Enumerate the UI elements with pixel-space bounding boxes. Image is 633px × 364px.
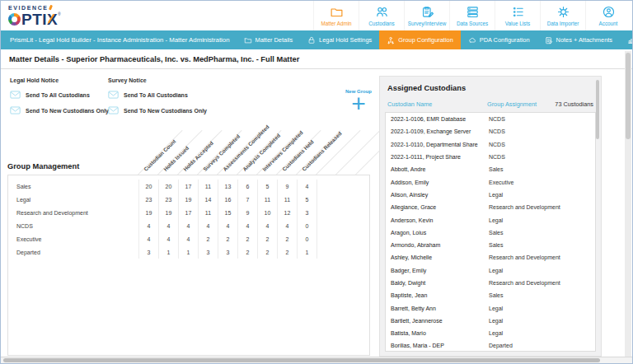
custodian-list-row[interactable]: Borilias, Maria - DEP Departed	[386, 339, 595, 352]
custodian-name: Aragon, Loius	[391, 230, 489, 236]
vertical-scrollbar-track[interactable]	[625, 51, 631, 357]
nav-item-custodians[interactable]: Custodians	[359, 1, 404, 30]
custodian-list-row[interactable]: 2022-1-0110, Departmental Share NCDS	[386, 138, 595, 151]
custodian-list-row[interactable]: Allegiance, Grace Research and Developme…	[386, 201, 595, 213]
group-cell: 4	[158, 232, 178, 245]
tab-label: Notes + Attachments	[556, 36, 612, 44]
custodian-list-row[interactable]: Baldy, Dwight Research and Development	[386, 277, 595, 289]
custodian-name-header[interactable]: Custodian Name	[387, 100, 487, 108]
tab-label: PDA Configuration	[480, 36, 530, 44]
custodian-name: Addison, Emily	[391, 180, 489, 185]
tab-legal-hold-settings[interactable]: Legal Hold Settings	[300, 30, 379, 49]
group-table-row[interactable]: Departed 311332221	[8, 245, 369, 259]
app-window: EVIDENCE PTIX® Matter Admin Custodians S…	[0, 0, 633, 364]
new-group-button[interactable]: New Group +	[341, 89, 376, 114]
user-circle-icon	[602, 5, 616, 19]
gear-icon	[556, 5, 570, 19]
custodian-list-scrollbar[interactable]	[596, 80, 599, 139]
org-group-icon	[387, 36, 395, 44]
custodian-list-row[interactable]: Batista, Mario Legal	[386, 327, 595, 339]
legal-hold-send-all-button[interactable]: Send To All Custodians	[10, 91, 109, 99]
nav-item-data-importer[interactable]: Data Importer	[540, 1, 585, 30]
custodian-group: Sales	[489, 166, 595, 172]
custodian-name: Barrett, Betty Ann	[391, 306, 489, 311]
group-cell-empty	[316, 245, 369, 259]
custodian-list-row[interactable]: Barrett, Betty Ann Legal	[386, 301, 595, 314]
group-cell: 5	[257, 180, 277, 193]
group-table-row[interactable]: Executive 444222220	[8, 232, 369, 245]
custodian-name: 2022-1-0110, Departmental Share	[391, 142, 489, 147]
custodian-list-row[interactable]: Badger, Emily Legal	[386, 264, 595, 277]
nav-item-data-sources[interactable]: Data Sources	[449, 1, 495, 30]
group-cell-empty	[316, 180, 369, 193]
custodian-list-row[interactable]: Anderson, Kevin Legal	[386, 213, 595, 226]
clipboard-pencil-icon	[420, 5, 434, 19]
group-cell: 4	[237, 219, 257, 232]
nav-label: Custodians	[368, 21, 395, 26]
group-cell: 4	[218, 219, 237, 232]
custodian-list-row[interactable]: Addison, Emily Executive	[386, 175, 595, 188]
note-icon	[545, 36, 553, 44]
custodian-list-row[interactable]: Bartlett, Jeannerose Legal	[386, 315, 595, 327]
group-row-values: 311332221	[138, 245, 369, 259]
group-table-row[interactable]: Research and Development 191917111591012…	[8, 206, 369, 219]
group-cell: 3	[218, 245, 237, 259]
group-cell-empty	[316, 219, 369, 232]
custodian-list-row[interactable]: Ashley, Michelle Research and Developmen…	[386, 251, 595, 264]
horizontal-scrollbar-thumb[interactable]	[3, 358, 600, 362]
tab-group-configuration[interactable]: Group Configuration	[379, 30, 461, 49]
group-cell: 13	[218, 180, 237, 193]
custodian-list-row[interactable]: Aragon, Loius Sales	[386, 226, 595, 239]
group-cell: 16	[218, 193, 237, 206]
custodian-list-row[interactable]: Abbott, Andre Sales	[386, 163, 595, 175]
bullet-list-icon	[511, 5, 525, 19]
group-table-row[interactable]: NCDS 444444440	[8, 219, 369, 232]
custodian-name: Bartlett, Jeannerose	[391, 318, 489, 324]
tab-reports[interactable]: Reports	[620, 30, 633, 49]
horizontal-scrollbar-track[interactable]	[1, 357, 632, 363]
group-cell: 3	[297, 206, 316, 219]
nav-label: Account	[599, 21, 618, 26]
custodian-list-row[interactable]: 2022-1-0106, EMR Database NCDS	[386, 113, 595, 125]
group-row-name: Executive	[8, 236, 138, 242]
vertical-scrollbar-thumb[interactable]	[626, 53, 631, 139]
action-label: Send To All Custodians	[26, 92, 90, 98]
custodian-list-row[interactable]: Alison, Ainsley Legal	[386, 189, 595, 201]
custodian-list-row[interactable]: 2022-1-0111, Project Share NCDS	[386, 151, 595, 163]
custodian-name: Abbott, Andre	[391, 166, 489, 172]
nav-item-value-lists[interactable]: Value Lists	[495, 1, 540, 30]
group-assignment-header[interactable]: Group Assignment	[487, 100, 555, 108]
group-cell: 2	[218, 232, 237, 245]
app-header: EVIDENCE PTIX® Matter Admin Custodians S…	[1, 1, 632, 30]
nav-label: Data Sources	[457, 21, 488, 26]
tab-pda-configuration[interactable]: PDA Configuration	[461, 30, 537, 49]
evidence-optix-logo: EVIDENCE PTIX®	[1, 5, 61, 27]
group-cell: 9	[277, 180, 297, 193]
custodian-list-row[interactable]: 2022-1-0109, Exchange Server NCDS	[386, 125, 595, 138]
tab-matter-details[interactable]: Matter Details	[237, 30, 301, 49]
group-cell: 4	[138, 219, 158, 232]
group-cell: 1	[158, 245, 178, 259]
group-management-table: Sales 20201711136594 Legal 2323191416711…	[7, 175, 370, 356]
custodian-name: 2022-1-0111, Project Share	[391, 154, 489, 160]
group-cell: 17	[178, 206, 198, 219]
plus-icon: +	[341, 94, 376, 114]
tab-notes-attachments[interactable]: Notes + Attachments	[537, 30, 620, 49]
nav-item-survey-interview[interactable]: Survey/Interview	[404, 1, 449, 30]
nav-item-account[interactable]: Account	[585, 1, 631, 30]
custodian-list: 2022-1-0106, EMR Database NCDS 2022-1-01…	[385, 112, 596, 352]
custodian-name: Badger, Emily	[391, 268, 489, 273]
custodian-group: Executive	[489, 180, 595, 185]
teal-toolbar: PrismLit - Legal Hold Builder - Instance…	[1, 30, 632, 49]
nav-item-matter-admin[interactable]: Matter Admin	[313, 1, 359, 30]
custodian-list-row[interactable]: Baptiste, Jean Sales	[386, 289, 595, 301]
logo-tick-icon	[49, 4, 53, 9]
group-cell: 19	[138, 206, 158, 219]
survey-send-all-button[interactable]: Send To All Custodians	[108, 91, 207, 99]
group-table-row[interactable]: Sales 20201711136594	[8, 180, 369, 193]
custodian-group: Research and Development	[489, 280, 595, 286]
custodian-list-row[interactable]: Armondo, Abraham Sales	[386, 239, 595, 251]
group-table-row[interactable]: Legal 2323191416711115	[8, 193, 369, 206]
group-cell: 0	[297, 219, 316, 232]
group-cell: 11	[198, 180, 218, 193]
